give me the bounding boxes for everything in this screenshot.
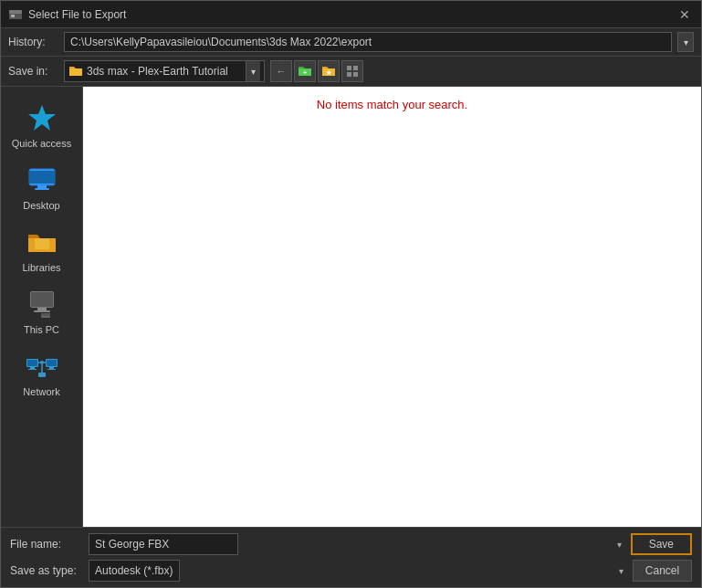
sidebar-item-desktop[interactable]: Desktop bbox=[1, 156, 82, 218]
filename-label: File name: bbox=[10, 538, 83, 551]
history-dropdown-btn[interactable]: ▾ bbox=[677, 32, 694, 52]
folder-name: 3ds max - Plex-Earth Tutorial bbox=[87, 65, 242, 78]
dialog-title: Select File to Export bbox=[28, 8, 126, 21]
filename-wrapper bbox=[89, 533, 625, 555]
folder-icon bbox=[68, 64, 83, 79]
new-folder-yellow-button[interactable]: ★ bbox=[318, 60, 340, 82]
save-button[interactable]: Save bbox=[631, 533, 692, 555]
svg-rect-19 bbox=[34, 310, 50, 312]
library-folder-icon bbox=[26, 226, 58, 258]
sidebar-item-quick-access[interactable]: Quick access bbox=[1, 94, 82, 156]
history-input[interactable] bbox=[64, 32, 672, 52]
svg-rect-25 bbox=[28, 369, 37, 370]
title-bar: Select File to Export ✕ bbox=[1, 1, 701, 28]
svg-rect-27 bbox=[47, 360, 57, 366]
select-file-dialog: Select File to Export ✕ History: ▾ Save … bbox=[0, 0, 702, 588]
history-row: History: ▾ bbox=[1, 28, 701, 57]
sidebar: Quick access Desktop bbox=[1, 87, 83, 527]
quick-access-label: Quick access bbox=[12, 138, 71, 149]
savetype-select[interactable]: Autodesk (*.fbx) bbox=[89, 560, 180, 582]
view-icon bbox=[346, 65, 359, 78]
thispc-icon bbox=[26, 288, 58, 320]
new-folder-green-icon: + bbox=[298, 64, 312, 79]
svg-text:★: ★ bbox=[326, 69, 332, 76]
svg-rect-8 bbox=[353, 72, 358, 77]
thispc-label: This PC bbox=[24, 324, 59, 335]
libraries-icon bbox=[26, 226, 58, 258]
svg-rect-1 bbox=[9, 10, 22, 14]
bottom-bar: File name: Save Save as type: Autodesk (… bbox=[1, 527, 701, 587]
sidebar-item-network[interactable]: Network bbox=[1, 342, 82, 404]
svg-rect-23 bbox=[27, 360, 37, 366]
svg-rect-12 bbox=[29, 171, 55, 184]
no-items-message: No items match your search. bbox=[317, 98, 467, 111]
svg-rect-7 bbox=[347, 72, 351, 77]
svg-rect-13 bbox=[37, 185, 47, 188]
monitor-icon bbox=[26, 163, 58, 196]
title-bar-left: Select File to Export bbox=[8, 7, 126, 22]
content-area: No items match your search. bbox=[83, 87, 701, 527]
savetype-wrapper: Autodesk (*.fbx) bbox=[89, 560, 627, 582]
savetype-label: Save as type: bbox=[10, 564, 83, 577]
back-button[interactable]: ← bbox=[270, 60, 292, 82]
sidebar-item-thispc[interactable]: This PC bbox=[1, 280, 82, 342]
savein-row: Save in: 3ds max - Plex-Earth Tutorial ▾… bbox=[1, 57, 701, 87]
svg-rect-6 bbox=[353, 66, 358, 70]
network-computers-icon bbox=[26, 350, 58, 383]
folder-select[interactable]: 3ds max - Plex-Earth Tutorial ▾ bbox=[64, 60, 265, 82]
filename-row: File name: Save bbox=[10, 533, 692, 555]
svg-rect-15 bbox=[35, 238, 49, 249]
new-folder-green-button[interactable]: + bbox=[294, 60, 316, 82]
folder-dropdown-btn[interactable]: ▾ bbox=[246, 61, 260, 81]
cancel-button[interactable]: Cancel bbox=[633, 560, 692, 582]
svg-rect-24 bbox=[30, 367, 35, 369]
svg-rect-18 bbox=[37, 308, 47, 310]
main-area: Quick access Desktop bbox=[1, 87, 701, 527]
new-folder-yellow-icon: ★ bbox=[321, 64, 336, 79]
svg-rect-5 bbox=[347, 66, 351, 70]
close-button[interactable]: ✕ bbox=[676, 5, 694, 24]
savein-label: Save in: bbox=[8, 65, 58, 78]
svg-rect-28 bbox=[49, 367, 54, 369]
desktop-icon bbox=[26, 163, 58, 196]
filename-input[interactable] bbox=[89, 533, 238, 555]
quick-access-icon bbox=[26, 101, 58, 134]
sidebar-item-libraries[interactable]: Libraries bbox=[1, 218, 82, 280]
history-label: History: bbox=[8, 36, 58, 48]
svg-rect-2 bbox=[11, 15, 15, 17]
svg-rect-34 bbox=[38, 373, 46, 377]
star-icon bbox=[26, 101, 58, 134]
nav-buttons: ← + ★ bbox=[270, 60, 363, 82]
desktop-label: Desktop bbox=[23, 200, 59, 211]
svg-marker-9 bbox=[28, 105, 56, 131]
svg-rect-17 bbox=[31, 292, 53, 307]
svg-rect-21 bbox=[41, 313, 50, 316]
svg-rect-29 bbox=[47, 369, 56, 370]
network-label: Network bbox=[23, 386, 59, 397]
computer-icon bbox=[26, 288, 58, 320]
dialog-icon bbox=[8, 7, 23, 22]
svg-point-32 bbox=[40, 361, 44, 364]
savetype-row: Save as type: Autodesk (*.fbx) Cancel bbox=[10, 560, 692, 582]
view-toggle-button[interactable] bbox=[341, 60, 363, 82]
network-icon bbox=[26, 350, 58, 383]
svg-text:+: + bbox=[303, 69, 307, 76]
svg-rect-14 bbox=[35, 188, 49, 190]
libraries-label: Libraries bbox=[22, 262, 60, 273]
